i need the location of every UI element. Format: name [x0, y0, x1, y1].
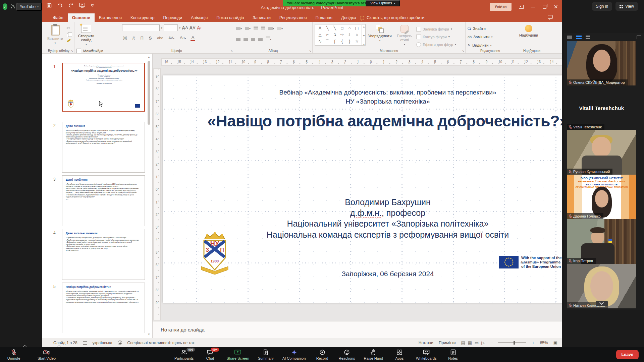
- shape-option[interactable]: {: [338, 38, 346, 45]
- participants-button[interactable]: Participants 996: [174, 349, 194, 360]
- copy-icon[interactable]: [67, 33, 70, 37]
- decrease-indent-icon[interactable]: [254, 26, 258, 30]
- justify-icon[interactable]: [258, 37, 263, 41]
- shape-option[interactable]: ∿: [316, 38, 324, 45]
- align-left-icon[interactable]: [236, 37, 240, 41]
- thumbnails-scrollbar[interactable]: ▲ ▼: [147, 56, 151, 336]
- zoom-percent[interactable]: 85%: [540, 341, 548, 345]
- ribbon-tab-Основне[interactable]: Основне: [68, 13, 95, 22]
- reactions-button[interactable]: Reactions: [339, 349, 355, 360]
- record-button[interactable]: Record: [315, 349, 330, 360]
- tell-me-box[interactable]: Скажіть, що потрібно зробити: [360, 13, 425, 22]
- shape-effects-button[interactable]: Ефекти для фігур▾: [416, 41, 456, 48]
- increase-font-icon[interactable]: A˄: [182, 25, 188, 31]
- zoom-in-button[interactable]: +: [532, 340, 534, 346]
- ribbon-tab-Подання[interactable]: Подання: [311, 13, 337, 22]
- underline-button[interactable]: П: [139, 36, 144, 41]
- restore-window-button[interactable]: [543, 5, 546, 9]
- comments-toggle-button[interactable]: Примітки: [439, 341, 455, 345]
- notes-toggle-button[interactable]: Нотатки: [419, 341, 433, 345]
- shape-option[interactable]: ∫: [331, 38, 338, 45]
- line-spacing-button[interactable]: ▾: [268, 25, 274, 31]
- ribbon-tab-Переходи[interactable]: Переходи: [159, 13, 186, 22]
- slide-thumbnail-2[interactable]: Деякі питання ♦ Хто потрібний роботодавц…: [62, 122, 145, 173]
- text-direction-button[interactable]: ▾: [277, 25, 283, 31]
- normal-view-icon[interactable]: ▤: [461, 340, 465, 345]
- cut-icon[interactable]: ✂: [67, 25, 71, 31]
- popout-panel-icon[interactable]: [637, 36, 641, 39]
- minimize-video-icon[interactable]: [567, 36, 572, 39]
- ribbon-tab-Вставлення[interactable]: Вставлення: [95, 13, 126, 22]
- office-signin-button[interactable]: Увійти: [490, 3, 511, 11]
- accessibility-status[interactable]: Спеціальні можливості: щось не так: [127, 341, 195, 345]
- scrollbar-thumb[interactable]: [148, 61, 150, 125]
- shape-fill-button[interactable]: Заливка фігури▾: [416, 25, 456, 33]
- format-painter-icon[interactable]: [66, 39, 70, 42]
- participant-video-natalia[interactable]: Наталя Корольова: [567, 264, 636, 308]
- view-options-button[interactable]: View Options▾: [366, 0, 400, 6]
- chevron-down-icon[interactable]: ▾: [179, 26, 180, 29]
- ribbon-tab-Анімація[interactable]: Анімація: [186, 13, 212, 22]
- change-case-button[interactable]: Aa▾: [179, 36, 187, 40]
- font-name-input[interactable]: [122, 24, 160, 31]
- increase-indent-icon[interactable]: [261, 26, 265, 30]
- shape-option[interactable]: ○: [346, 25, 353, 32]
- chevron-down-icon[interactable]: ▾: [161, 26, 162, 29]
- ribbon-tab-Записати[interactable]: Записати: [248, 13, 275, 22]
- columns-button[interactable]: ▾: [266, 36, 271, 42]
- zoom-slider[interactable]: [498, 342, 526, 343]
- participant-video-ruslan[interactable]: Руслан Куликовський: [567, 130, 636, 175]
- shape-option[interactable]: ⇨: [338, 32, 346, 38]
- raise-hand-button[interactable]: Raise Hand: [364, 349, 383, 360]
- decrease-font-icon[interactable]: A˅: [189, 25, 195, 31]
- font-color-button[interactable]: A: [191, 35, 196, 41]
- numbering-button[interactable]: ▾: [245, 25, 251, 31]
- scroll-participants-down-button[interactable]: [596, 301, 608, 306]
- notes-button[interactable]: Notes: [445, 349, 461, 360]
- slide-sorter-view-icon[interactable]: ▦: [468, 340, 472, 345]
- speaker-view-icon[interactable]: [576, 36, 582, 39]
- text-shadow-button[interactable]: S: [148, 36, 153, 41]
- spellcheck-icon[interactable]: [83, 341, 87, 345]
- align-right-icon[interactable]: [251, 37, 255, 41]
- shape-option[interactable]: ⌂: [353, 32, 361, 38]
- shape-option[interactable]: ╲: [324, 25, 331, 32]
- participant-video-olena[interactable]: Олена СКУЙБІДА_Модератор: [567, 41, 636, 85]
- character-spacing-button[interactable]: AV▾: [167, 36, 175, 40]
- replace-button[interactable]: abЗамінити▾: [468, 33, 513, 41]
- participant-video-vitalii[interactable]: Vitalii Tereshchuk Vitalii Tereshchuk: [567, 85, 636, 130]
- youtube-dropdown[interactable]: YouTube▾: [16, 3, 42, 11]
- ribbon-tab-Показ слайдів[interactable]: Показ слайдів: [212, 13, 248, 22]
- horizontal-ruler[interactable]: 1615141312111098765432101234567891011121…: [161, 58, 562, 66]
- comments-icon[interactable]: [548, 15, 553, 19]
- ribbon-tab-Довідка[interactable]: Довідка: [337, 13, 361, 22]
- shape-option[interactable]: ⌐: [324, 32, 331, 38]
- italic-button[interactable]: К: [131, 36, 136, 41]
- paste-button[interactable]: Вставити▾: [45, 24, 65, 45]
- slide-thumbnail-4[interactable]: Деякі загальні чинники ♦ Правовий нігілі…: [62, 229, 145, 280]
- shape-option[interactable]: □: [338, 25, 346, 32]
- find-button[interactable]: Знайти: [468, 25, 513, 32]
- shape-option[interactable]: ▢: [353, 25, 361, 32]
- dialog-launcher-icon[interactable]: ↘: [462, 49, 464, 52]
- chat-button[interactable]: Chat 99+: [202, 349, 218, 360]
- start-video-button[interactable]: Start Video: [38, 349, 56, 360]
- gallery-view-icon[interactable]: [586, 36, 590, 39]
- ribbon-tab-Рецензування[interactable]: Рецензування: [275, 13, 311, 22]
- leave-meeting-button[interactable]: Leave: [616, 350, 639, 359]
- reading-view-icon[interactable]: ▭: [475, 340, 479, 345]
- shape-option[interactable]: ↴: [331, 32, 338, 38]
- arrange-button[interactable]: Упорядкувати▾: [367, 24, 392, 43]
- apps-button[interactable]: Apps: [392, 349, 407, 360]
- participant-video-ihor[interactable]: Ігор Петров: [567, 219, 636, 264]
- summary-button[interactable]: Summary: [258, 349, 274, 360]
- select-button[interactable]: ↖Виділити▾: [468, 42, 513, 49]
- font-size-input[interactable]: [164, 24, 178, 31]
- ribbon-tab-Файл[interactable]: Файл: [49, 13, 68, 22]
- dialog-launcher-icon[interactable]: ↘: [309, 49, 311, 52]
- close-button[interactable]: ✕: [554, 4, 558, 10]
- language-indicator[interactable]: українська: [93, 341, 112, 345]
- ribbon-display-options-icon[interactable]: [519, 5, 524, 9]
- ribbon-tab-Конструктор[interactable]: Конструктор: [126, 13, 159, 22]
- notes-pane[interactable]: Нотатки до слайда: [153, 321, 562, 338]
